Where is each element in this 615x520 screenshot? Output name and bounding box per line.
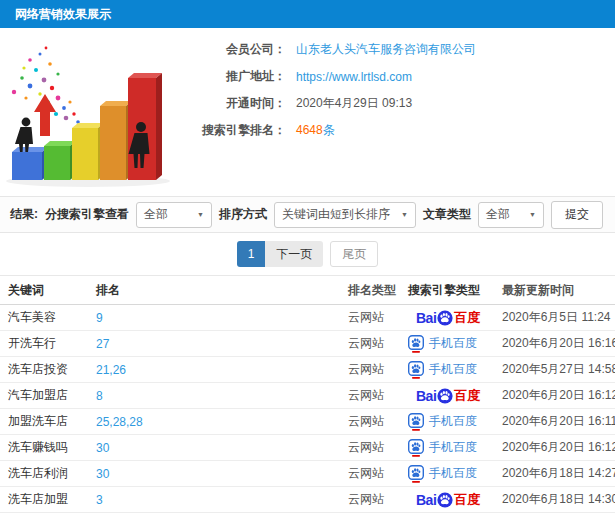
type-filter-value: 全部 (486, 206, 510, 223)
rank-link[interactable]: 30 (96, 467, 109, 481)
keyword-cell: 洗车店加盟 (0, 491, 88, 508)
table-row: 洗车店利润 30 云网站 Bai百度 手机百度 2020年6月18日 14:27 (0, 461, 615, 487)
submit-button[interactable]: 提交 (551, 201, 603, 229)
member-company-row: 会员公司： 山东老人头汽车服务咨询有限公司 (178, 36, 608, 63)
last-page-button[interactable]: 尾页 (330, 241, 378, 267)
keyword-cell: 洗车店利润 (0, 465, 88, 482)
engine-cell: Bai百度 手机百度 (400, 361, 494, 379)
rank-type-cell: 云网站 (340, 413, 400, 430)
next-page-button[interactable]: 下一页 (265, 241, 323, 267)
mobile-baidu-logo: 手机百度 (408, 413, 477, 431)
table-row: 加盟洗车店 25,28,28 云网站 Bai百度 手机百度 2020年6月20日… (0, 409, 615, 435)
rank-link[interactable]: 8 (96, 389, 103, 403)
engine-cell: Bai百度 手机百度 (400, 465, 494, 483)
rank-link[interactable]: 9 (96, 311, 103, 325)
baidu-paw-icon (437, 310, 453, 326)
engine-filter-label: 分搜索引擎查看 (45, 206, 129, 223)
chevron-down-icon: ▼ (394, 211, 408, 218)
engine-filter-select[interactable]: 全部 ▼ (136, 202, 212, 228)
chevron-down-icon: ▼ (190, 211, 204, 218)
engine-cell: Bai百度 手机百度 (400, 387, 494, 405)
mobile-baidu-paw-icon (408, 439, 424, 457)
updated-cell: 2020年6月5日 11:24 (494, 309, 615, 326)
rank-count-value: 4648条 (296, 122, 335, 139)
rank-count-row: 搜索引擎排名： 4648条 (178, 117, 608, 144)
bar-blue (12, 147, 48, 180)
col-updated: 最新更新时间 (494, 282, 615, 299)
filter-bar: 结果: 分搜索引擎查看 全部 ▼ 排序方式 关键词由短到长排序 ▼ 文章类型 全… (0, 196, 615, 233)
chevron-down-icon: ▼ (522, 211, 536, 218)
engine-filter-value: 全部 (144, 206, 168, 223)
rank-link[interactable]: 30 (96, 441, 109, 455)
bar-orange (100, 101, 132, 180)
mobile-baidu-paw-icon (408, 335, 424, 353)
promo-url-link[interactable]: https://www.lrtlsd.com (296, 70, 412, 84)
summary-panel: 会员公司： 山东老人头汽车服务咨询有限公司 推广地址： https://www.… (0, 28, 615, 196)
table-row: 洗车赚钱吗 30 云网站 Bai百度 手机百度 2020年6月20日 16:12 (0, 435, 615, 461)
updated-cell: 2020年6月20日 16:12 (494, 439, 615, 456)
keyword-cell: 加盟洗车店 (0, 413, 88, 430)
bar-green (44, 141, 76, 180)
keyword-cell: 开洗车行 (0, 335, 88, 352)
rank-link[interactable]: 25,28,28 (96, 415, 143, 429)
engine-cell: Bai百度 手机百度 (400, 439, 494, 457)
page-title: 网络营销效果展示 (15, 6, 111, 23)
up-arrow-icon (34, 94, 56, 136)
promo-url-row: 推广地址： https://www.lrtlsd.com (178, 63, 608, 90)
open-time-label: 开通时间： (178, 95, 286, 112)
rank-link[interactable]: 3 (96, 493, 103, 507)
member-company-link[interactable]: 山东老人头汽车服务咨询有限公司 (296, 41, 476, 58)
mobile-baidu-logo: 手机百度 (408, 335, 477, 353)
table-row: 洗车店加盟 3 云网站 Bai百度 手机百度 2020年6月18日 14:30 (0, 487, 615, 513)
table-row: 洗车店投资 21,26 云网站 Bai百度 手机百度 2020年5月27日 14… (0, 357, 615, 383)
rank-type-cell: 云网站 (340, 491, 400, 508)
type-filter-select[interactable]: 全部 ▼ (478, 202, 544, 228)
baidu-logo: Bai百度 (416, 387, 480, 405)
updated-cell: 2020年6月18日 14:27 (494, 465, 615, 482)
page-header: 网络营销效果展示 (0, 0, 615, 28)
updated-cell: 2020年6月20日 16:12 (494, 387, 615, 404)
keyword-cell: 洗车赚钱吗 (0, 439, 88, 456)
sort-filter-select[interactable]: 关键词由短到长排序 ▼ (274, 202, 416, 228)
open-time-value: 2020年4月29日 09:13 (296, 95, 412, 112)
table-row: 汽车美容 9 云网站 Bai百度 手机百度 2020年6月5日 11:24 (0, 305, 615, 331)
businessman-left (15, 118, 33, 152)
engine-cell: Bai百度 手机百度 (400, 491, 494, 509)
col-engine: 搜索引擎类型 (400, 282, 494, 299)
rank-count-number: 4648 (296, 123, 323, 137)
rank-type-cell: 云网站 (340, 335, 400, 352)
mobile-baidu-logo: 手机百度 (408, 465, 477, 483)
keyword-cell: 汽车美容 (0, 309, 88, 326)
member-info-list: 会员公司： 山东老人头汽车服务咨询有限公司 推广地址： https://www.… (178, 36, 608, 144)
baidu-logo: Bai百度 (416, 491, 480, 509)
promo-url-label: 推广地址： (178, 68, 286, 85)
keyword-cell: 洗车店投资 (0, 361, 88, 378)
rank-count-label: 搜索引擎排名： (178, 122, 286, 139)
member-company-label: 会员公司： (178, 41, 286, 58)
bar-yellow (72, 123, 104, 180)
table-row: 开洗车行 27 云网站 Bai百度 手机百度 2020年6月20日 16:16 (0, 331, 615, 357)
keyword-cell: 汽车加盟店 (0, 387, 88, 404)
rank-link[interactable]: 27 (96, 337, 109, 351)
mobile-baidu-logo: 手机百度 (408, 361, 477, 379)
open-time-row: 开通时间： 2020年4月29日 09:13 (178, 90, 608, 117)
table-row: 汽车加盟店 8 云网站 Bai百度 手机百度 2020年6月20日 16:12 (0, 383, 615, 409)
baidu-paw-icon (437, 388, 453, 404)
rank-type-cell: 云网站 (340, 387, 400, 404)
mobile-baidu-paw-icon (408, 361, 424, 379)
bar-chart-growth-image (0, 30, 178, 194)
mobile-baidu-paw-icon (408, 413, 424, 431)
sort-filter-value: 关键词由短到长排序 (282, 206, 390, 223)
rank-count-unit: 条 (323, 123, 335, 137)
mobile-baidu-logo: 手机百度 (408, 439, 477, 457)
rank-type-cell: 云网站 (340, 439, 400, 456)
table-header-row: 关键词 排名 排名类型 搜索引擎类型 最新更新时间 (0, 275, 615, 305)
pagination: 1 下一页 尾页 (0, 233, 615, 275)
mobile-baidu-paw-icon (408, 465, 424, 483)
rank-link[interactable]: 21,26 (96, 363, 126, 377)
type-filter-label: 文章类型 (423, 206, 471, 223)
page-1-button[interactable]: 1 (237, 241, 266, 267)
filter-controls: 分搜索引擎查看 全部 ▼ 排序方式 关键词由短到长排序 ▼ 文章类型 全部 ▼ … (45, 201, 605, 229)
updated-cell: 2020年6月20日 16:16 (494, 335, 615, 352)
engine-cell: Bai百度 手机百度 (400, 309, 494, 327)
